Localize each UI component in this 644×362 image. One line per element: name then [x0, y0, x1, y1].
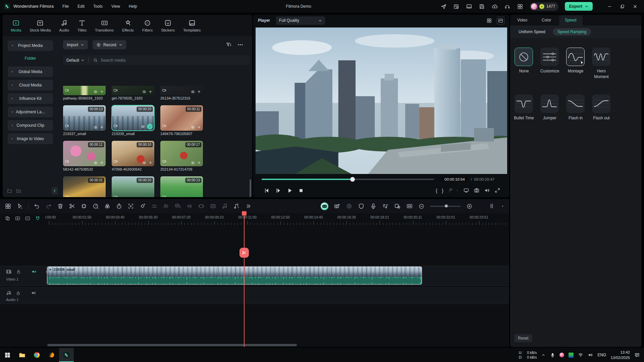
tab-audio[interactable]: Audio [59, 19, 69, 32]
media-item[interactable]: 00:00:1047098-452600642 [112, 141, 154, 172]
file-explorer-icon[interactable] [15, 348, 30, 362]
fit-timeline-icon[interactable] [406, 203, 413, 209]
next-frame-icon[interactable] [275, 187, 282, 194]
keyframe-add-icon[interactable] [139, 203, 146, 209]
tab-speed-ramping[interactable]: Speed Ramping [553, 28, 591, 36]
marker-caret-icon[interactable] [455, 189, 459, 192]
tab-video[interactable]: Video [510, 18, 534, 22]
clip-preview-icon[interactable] [394, 203, 401, 209]
maximize-button[interactable] [616, 1, 628, 11]
filter-icon[interactable] [224, 40, 233, 49]
adjust-sliders-icon[interactable] [151, 203, 158, 209]
text-to-speech-icon[interactable] [174, 203, 181, 209]
lock-icon[interactable] [16, 291, 21, 296]
render-preview-icon[interactable] [15, 216, 20, 221]
media-thumbnail[interactable] [63, 86, 106, 95]
firefox-icon[interactable] [44, 348, 59, 362]
zoom-slider-handle[interactable] [445, 204, 448, 207]
media-item[interactable]: 00:00:13163560-828200792_small [160, 176, 203, 197]
marker-flag-icon[interactable] [448, 187, 454, 193]
chrome-icon[interactable] [30, 348, 44, 362]
customize-curve-icon[interactable] [540, 48, 559, 66]
preview-render-icon[interactable] [346, 203, 353, 209]
audio-mixer-icon[interactable] [382, 203, 389, 209]
snap-magnet-icon[interactable] [35, 216, 41, 221]
tab-stock-media[interactable]: Stock Media [30, 19, 51, 32]
tab-filters[interactable]: Filters [142, 19, 153, 32]
add-to-timeline-icon[interactable] [100, 196, 104, 197]
sidebar-item-folder[interactable]: Folder [8, 54, 53, 63]
quality-dropdown[interactable]: Full Quality [276, 16, 325, 25]
zoom-in-icon[interactable] [466, 203, 473, 209]
tab-uniform-speed[interactable]: Uniform Speed [519, 29, 545, 34]
wifi-icon[interactable] [578, 352, 583, 358]
speed-preset-montage[interactable]: Montage [566, 48, 592, 80]
bullet-curve-icon[interactable] [515, 95, 533, 113]
mark-in-brace[interactable]: { [436, 188, 437, 193]
export-button[interactable]: Export [565, 2, 593, 11]
snapshot-camera-icon[interactable] [474, 187, 480, 193]
add-to-timeline-icon[interactable] [148, 196, 153, 197]
jumper-curve-icon[interactable] [540, 95, 559, 113]
media-item[interactable]: 26134-357512316 [160, 86, 203, 101]
split-scissors-badge[interactable] [239, 248, 249, 258]
zoom-out-icon[interactable] [418, 203, 425, 209]
none-curve-icon[interactable] [515, 48, 533, 66]
audio-person-icon[interactable] [163, 203, 169, 209]
add-to-timeline-icon[interactable] [197, 161, 201, 165]
mark-out-brace[interactable]: } [442, 188, 443, 193]
save-icon[interactable] [479, 3, 485, 10]
media-thumbnail[interactable]: 00:00:20 [112, 176, 154, 197]
color-wheel-icon[interactable] [104, 203, 111, 209]
add-to-timeline-icon[interactable] [100, 125, 104, 129]
cloud-upload-icon[interactable] [491, 3, 498, 10]
media-thumbnail[interactable]: 00:00:13 [160, 176, 203, 197]
task-list-icon[interactable] [453, 3, 460, 10]
add-to-timeline-icon[interactable] [148, 89, 153, 94]
video-frame-icon[interactable] [198, 203, 205, 209]
split-scissors-icon[interactable] [69, 203, 75, 209]
workspace-icon[interactable] [466, 3, 472, 10]
track-manager-icon[interactable] [489, 203, 495, 209]
flash-out-curve-icon[interactable] [592, 95, 610, 113]
media-thumbnail[interactable]: 00:00:31 [63, 176, 106, 197]
voice-wave-icon[interactable] [186, 203, 193, 209]
speed-preset-bullet-time[interactable]: Bullet Time [515, 95, 540, 121]
tray-expand-icon[interactable] [541, 353, 546, 357]
media-item[interactable]: 00:00:1258142-487508532 [63, 141, 106, 172]
speed-preset-flash-out[interactable]: Flash out [592, 95, 618, 121]
redo-icon[interactable] [45, 203, 52, 209]
speed-preset-none[interactable]: None [515, 48, 540, 80]
volume-icon[interactable] [588, 352, 593, 358]
tray-app-icon[interactable] [559, 353, 564, 357]
sidebar-item-project-media[interactable]: Project Media [8, 40, 53, 51]
crop-icon[interactable] [80, 203, 87, 209]
language-indicator[interactable]: ENG [597, 353, 606, 357]
record-button[interactable]: Record [93, 40, 126, 49]
previous-frame-icon[interactable] [263, 187, 270, 194]
media-thumbnail[interactable] [112, 86, 154, 95]
sidebar-item-cloud-media[interactable]: Cloud Media [8, 80, 53, 90]
speaker-icon[interactable] [31, 290, 36, 296]
avatar[interactable] [531, 3, 537, 10]
close-button[interactable] [629, 1, 641, 11]
mask-shield-icon[interactable] [358, 203, 365, 209]
clock[interactable]: 13:42 13/02/2025 [610, 350, 630, 360]
search-scope-dropdown[interactable]: Default [66, 58, 85, 63]
add-to-timeline-icon[interactable] [100, 161, 104, 165]
media-item[interactable]: 00:00:11149479-796105907 [160, 105, 203, 136]
tab-titles[interactable]: Titles [77, 19, 87, 32]
motion-track-icon[interactable] [127, 203, 134, 209]
play-icon[interactable] [286, 187, 293, 194]
fullscreen-icon[interactable] [494, 187, 500, 193]
montage-curve-icon[interactable] [566, 48, 585, 66]
tab-media[interactable]: Media [11, 19, 21, 32]
lock-icon[interactable] [16, 269, 21, 274]
flash-in-curve-icon[interactable] [566, 95, 585, 113]
delete-icon[interactable] [57, 203, 64, 209]
menu-file[interactable]: File [62, 4, 69, 9]
tab-stickers[interactable]: Stickers [161, 19, 175, 32]
more-chevrons-icon[interactable] [245, 203, 252, 209]
timeline-clip[interactable]: 219339_small [47, 266, 422, 285]
volume-icon[interactable] [484, 187, 490, 193]
